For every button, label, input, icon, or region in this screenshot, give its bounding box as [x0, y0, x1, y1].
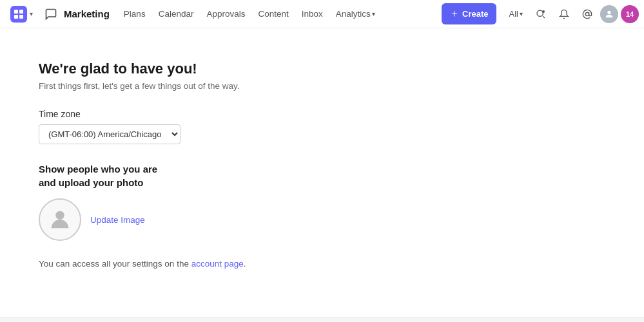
notifications-button[interactable] [554, 4, 574, 24]
welcome-title: We're glad to have you! [39, 61, 413, 77]
nav-actions: ＋ Create All ▾ [442, 3, 639, 24]
all-filter-button[interactable]: All ▾ [504, 6, 528, 21]
photo-section-title: Show people who you areand upload your p… [39, 162, 413, 189]
create-plus-icon: ＋ [449, 7, 460, 21]
top-nav: ▾ Marketing Plans Calendar Approvals Con… [0, 0, 644, 28]
nav-link-plans[interactable]: Plans [117, 6, 152, 21]
user-avatar-small[interactable] [600, 5, 618, 23]
settings-note: You can access all your settings on the … [39, 259, 413, 269]
nav-chevron-icon: ▾ [30, 10, 33, 17]
nav-link-analytics[interactable]: Analytics ▾ [329, 6, 382, 21]
create-button[interactable]: ＋ Create [442, 3, 496, 24]
nav-links: Plans Calendar Approvals Content Inbox A… [117, 6, 442, 21]
photo-row: Update Image [39, 198, 413, 241]
timezone-select[interactable]: (GMT-06:00) America/Chicago (CST) [39, 124, 181, 144]
svg-point-7 [607, 10, 610, 14]
svg-rect-3 [19, 15, 23, 19]
svg-rect-0 [14, 10, 18, 14]
avatar-placeholder [39, 198, 81, 241]
mentions-button[interactable] [577, 4, 598, 24]
svg-rect-1 [19, 10, 23, 14]
app-logo-icon [10, 6, 27, 23]
app-name: Marketing [64, 8, 110, 19]
nav-link-approvals[interactable]: Approvals [200, 6, 251, 21]
svg-point-6 [585, 12, 589, 15]
welcome-subtitle: First things first, let's get a few thin… [39, 81, 413, 91]
search-button[interactable] [531, 4, 551, 24]
analytics-dropdown-icon: ▾ [372, 10, 375, 17]
timezone-section: Time zone (GMT-06:00) America/Chicago (C… [39, 109, 413, 162]
photo-section: Show people who you areand upload your p… [39, 162, 413, 241]
nav-link-content[interactable]: Content [251, 6, 295, 21]
chat-icon[interactable] [41, 4, 61, 24]
nav-link-inbox[interactable]: Inbox [295, 6, 329, 21]
svg-point-4 [537, 10, 543, 16]
timezone-label: Time zone [39, 109, 413, 119]
svg-point-8 [55, 211, 64, 220]
user-avatar-purple[interactable]: 14 [621, 5, 639, 23]
all-dropdown-icon: ▾ [520, 10, 523, 17]
svg-rect-2 [14, 15, 18, 19]
main-content: We're glad to have you! First things fir… [0, 28, 451, 301]
update-image-link[interactable]: Update Image [90, 215, 145, 225]
nav-logo[interactable]: ▾ [5, 6, 38, 23]
svg-point-5 [542, 10, 545, 13]
account-page-link[interactable]: account page [191, 259, 244, 269]
nav-link-calendar[interactable]: Calendar [152, 6, 200, 21]
